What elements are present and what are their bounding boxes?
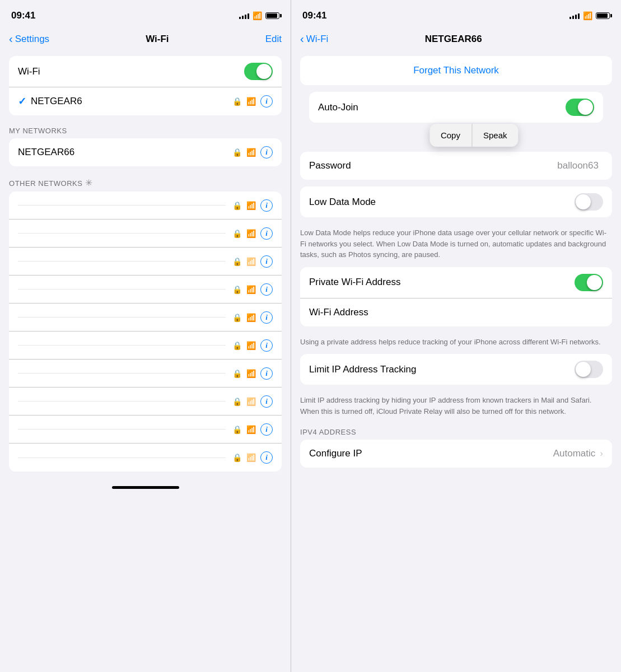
limit-ip-description: Limit IP address tracking by hiding your… — [291, 391, 621, 423]
other-network-info-6[interactable]: i — [260, 339, 273, 352]
right-battery-icon — [596, 12, 610, 19]
home-indicator — [0, 478, 291, 496]
other-network-row-3[interactable]: 🔒 📶 i — [9, 248, 282, 276]
low-data-knob — [576, 194, 591, 209]
right-scroll: Forget This Network Auto-Join Copy Speak — [291, 56, 621, 672]
wifi-back-button[interactable]: ‹ Wi-Fi — [300, 33, 328, 45]
my-network-icons: 🔒 📶 i — [232, 146, 273, 158]
lock-icon-3: 🔒 — [232, 201, 242, 210]
wifi-title: Wi-Fi — [146, 34, 169, 45]
connected-network-row[interactable]: ✓ NETGEAR6 🔒 📶 i — [9, 87, 282, 115]
other-network-icons-5: 🔒 📶 i — [232, 311, 273, 324]
wifi-address-row: Wi-Fi Address — [300, 298, 612, 326]
wifi-full-icon-5: 📶 — [246, 369, 256, 378]
private-wifi-card: Private Wi-Fi Address Wi-Fi Address — [300, 267, 612, 326]
right-back-label: Wi-Fi — [306, 34, 329, 45]
other-network-icons-4: 🔒 📶 i — [232, 283, 273, 296]
edit-button[interactable]: Edit — [265, 34, 282, 45]
private-wifi-label: Private Wi-Fi Address — [309, 277, 575, 288]
left-panel: 09:41 📶 ‹ Settings Wi-Fi Edit Wi-Fi — [0, 0, 291, 672]
limit-ip-label: Limit IP Address Tracking — [309, 364, 575, 375]
wifi-mid-icon: 📶 — [246, 285, 256, 294]
password-value: balloon63 — [557, 160, 599, 171]
configure-ip-value: Automatic — [553, 448, 596, 459]
auto-join-label: Auto-Join — [318, 102, 566, 113]
right-status-bar: 09:41 📶 — [291, 0, 621, 27]
other-network-info-5[interactable]: i — [260, 311, 273, 324]
connected-network-label: NETGEAR6 — [31, 96, 232, 107]
right-wifi-status-icon: 📶 — [583, 11, 592, 20]
other-network-row-7[interactable]: 🔒 📶 i — [9, 360, 282, 388]
password-label: Password — [309, 160, 557, 171]
wifi-signal-icon-2: 📶 — [246, 148, 256, 157]
other-network-info-1[interactable]: i — [260, 199, 273, 212]
private-wifi-row: Private Wi-Fi Address — [300, 267, 612, 298]
home-bar — [112, 486, 179, 489]
my-networks-card: NETGEAR66 🔒 📶 i — [9, 138, 282, 166]
other-network-info-9[interactable]: i — [260, 423, 273, 436]
back-arrow-icon: ‹ — [9, 32, 13, 45]
right-nav-bar: ‹ Wi-Fi NETGEAR66 — [291, 27, 621, 56]
auto-join-toggle[interactable] — [566, 99, 594, 116]
other-network-info-3[interactable]: i — [260, 255, 273, 268]
wifi-full-icon: 📶 — [246, 201, 256, 210]
my-network-info-button[interactable]: i — [260, 146, 273, 158]
other-network-row-5[interactable]: 🔒 📶 i — [9, 304, 282, 332]
network-info-button[interactable]: i — [260, 95, 273, 108]
limit-ip-card: Limit IP Address Tracking — [300, 354, 612, 385]
private-wifi-toggle[interactable] — [575, 274, 603, 291]
speak-button[interactable]: Speak — [472, 124, 519, 147]
right-status-icons: 📶 — [569, 11, 610, 20]
lock-icon-8: 🔒 — [232, 341, 242, 350]
wifi-full-icon-6: 📶 — [246, 425, 256, 434]
wifi-full-icon-4: 📶 — [246, 341, 256, 350]
other-network-row-1[interactable]: 🔒 📶 i — [9, 192, 282, 220]
copy-button[interactable]: Copy — [429, 124, 472, 147]
right-panel: 09:41 📶 ‹ Wi-Fi NETGEAR66 Forget Thi — [291, 0, 621, 672]
lock-icon: 🔒 — [232, 97, 242, 106]
lock-icon-10: 🔒 — [232, 397, 242, 406]
right-back-arrow-icon: ‹ — [300, 32, 304, 45]
wifi-toggle-card: Wi-Fi ✓ NETGEAR6 🔒 📶 i — [9, 56, 282, 115]
other-network-info-8[interactable]: i — [260, 395, 273, 408]
settings-back-button[interactable]: ‹ Settings — [9, 33, 49, 45]
password-row[interactable]: Password balloon63 — [300, 152, 612, 180]
other-network-info-7[interactable]: i — [260, 367, 273, 380]
limit-ip-toggle[interactable] — [575, 361, 603, 378]
battery-icon — [265, 12, 279, 19]
other-network-row-6[interactable]: 🔒 📶 i — [9, 332, 282, 360]
wifi-address-description: Using a private address helps reduce tra… — [291, 333, 621, 354]
wifi-label: Wi-Fi — [18, 66, 244, 77]
my-network-name: NETGEAR66 — [18, 147, 232, 158]
other-network-info-10[interactable]: i — [260, 451, 273, 464]
lock-icon-6: 🔒 — [232, 285, 242, 294]
lock-icon-5: 🔒 — [232, 257, 242, 266]
other-network-row-4[interactable]: 🔒 📶 i — [9, 276, 282, 304]
forget-network-button[interactable]: Forget This Network — [300, 56, 612, 85]
wifi-toggle[interactable] — [244, 63, 273, 80]
configure-ip-row[interactable]: Configure IP Automatic › — [300, 440, 612, 468]
low-data-label: Low Data Mode — [309, 197, 575, 208]
toggle-knob — [256, 64, 272, 79]
other-networks-label: OTHER NETWORKS ✳ — [0, 173, 291, 192]
lock-icon-2: 🔒 — [232, 148, 242, 157]
auto-join-row: Auto-Join — [309, 92, 603, 123]
low-data-description: Low Data Mode helps reduce your iPhone d… — [291, 224, 621, 267]
my-network-row[interactable]: NETGEAR66 🔒 📶 i — [9, 138, 282, 166]
low-data-toggle[interactable] — [575, 193, 603, 211]
other-network-icons-8: 🔒 📶 i — [232, 395, 273, 408]
other-network-row-9[interactable]: 🔒 📶 i — [9, 416, 282, 444]
other-network-row-10[interactable]: 🔒 📶 i — [9, 444, 282, 472]
other-network-info-4[interactable]: i — [260, 283, 273, 296]
left-status-bar: 09:41 📶 — [0, 0, 291, 27]
left-nav-bar: ‹ Settings Wi-Fi Edit — [0, 27, 291, 56]
other-network-row-8[interactable]: 🔒 📶 i — [9, 388, 282, 416]
other-network-info-2[interactable]: i — [260, 227, 273, 240]
copy-speak-popup: Copy Speak — [429, 124, 519, 147]
right-time: 09:41 — [302, 10, 326, 21]
loading-spinner: ✳ — [85, 178, 93, 188]
lock-icon-9: 🔒 — [232, 369, 242, 378]
low-data-row: Low Data Mode — [300, 186, 612, 217]
wifi-low-icon-2: 📶 — [246, 397, 256, 406]
other-network-row-2[interactable]: 🔒 📶 i — [9, 220, 282, 248]
